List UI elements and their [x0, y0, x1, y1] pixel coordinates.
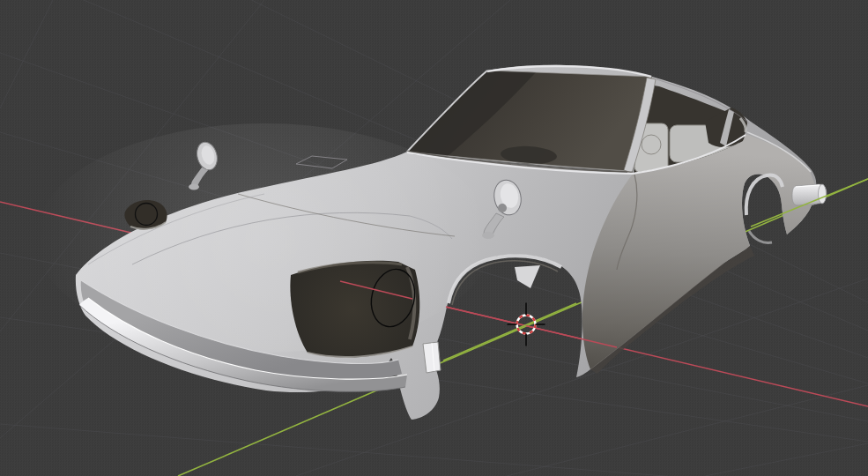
viewport-canvas — [0, 0, 868, 476]
rear-bumper-end-cap — [819, 184, 827, 204]
blender-3d-viewport[interactable] — [0, 0, 868, 476]
inner-fender-wedge — [515, 265, 540, 288]
far-mirror-mount — [189, 184, 199, 190]
car-body-model[interactable] — [35, 65, 827, 420]
near-mirror-hub — [498, 204, 507, 212]
near-mirror-mount — [482, 232, 494, 239]
headlight-scoop — [290, 261, 420, 358]
